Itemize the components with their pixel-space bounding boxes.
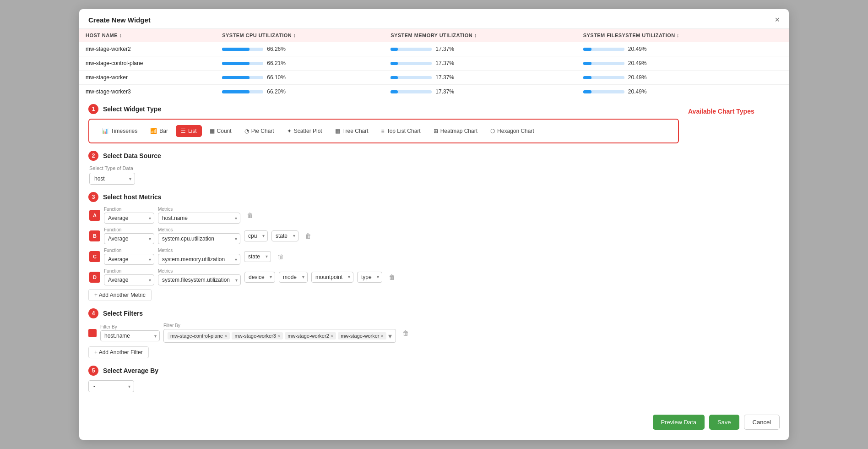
timeseries-icon: 📊	[102, 128, 108, 134]
heatmap-icon: ⊞	[434, 128, 438, 134]
step3-num: 3	[88, 192, 98, 202]
metrics-label: Metrics	[158, 248, 240, 253]
function-select-C[interactable]: Average	[104, 254, 154, 265]
function-select-A[interactable]: Average	[104, 213, 154, 224]
filter-tag-box-dropdown[interactable]: ▾	[388, 332, 392, 340]
metric-extra-select[interactable]: state	[271, 230, 298, 241]
metric-extra-select[interactable]: state	[244, 251, 271, 262]
metric-extra-select-wrap: cpu	[244, 230, 268, 241]
metrics-group-C: Metrics system.memory.utilization	[158, 248, 240, 265]
filter-by-select[interactable]: host.name	[100, 330, 160, 341]
step2-num: 2	[88, 151, 98, 161]
modal: Create New Widget × HOST NAME ↕ SYSTEM C…	[79, 9, 789, 440]
function-label: Function	[104, 207, 154, 212]
metric-label-B: B	[89, 230, 100, 241]
function-select-B[interactable]: Average	[104, 233, 154, 244]
cell-fs: 20.49%	[577, 56, 789, 71]
metrics-select-A[interactable]: host.name	[158, 213, 240, 224]
data-source-block: Select Type of Data host	[89, 165, 679, 185]
function-label: Function	[104, 227, 154, 232]
chart-type-toplist-button[interactable]: ≡Top List Chart	[376, 125, 426, 137]
chart-type-hexagon-button[interactable]: ⬡Hexagon Chart	[485, 125, 539, 137]
step5-title: Select Average By	[103, 367, 158, 374]
metric-delete-button-A[interactable]: 🗑	[244, 211, 256, 220]
metric-extra-select[interactable]: cpu	[244, 230, 268, 241]
metrics-select-C[interactable]: system.memory.utilization	[158, 254, 240, 265]
metric-delete-button-B[interactable]: 🗑	[302, 231, 314, 241]
step1-section: 1 Select Widget Type 📊Timeseries📶Bar☰Lis…	[88, 104, 679, 143]
close-button[interactable]: ×	[775, 16, 780, 24]
filter-tag-box[interactable]: mw-stage-control-plane×mw-stage-worker3×…	[163, 329, 396, 343]
step4-title: Select Filters	[103, 310, 143, 317]
cell-host: mw-stage-control-plane	[79, 56, 216, 71]
function-label: Function	[104, 248, 154, 253]
metric-extra-select-wrap: state	[244, 251, 271, 262]
cell-fs: 20.49%	[577, 42, 789, 56]
table-row: mw-stage-control-plane 66.21% 17.37% 20.…	[79, 56, 789, 71]
function-label: Function	[104, 268, 154, 274]
cancel-button[interactable]: Cancel	[744, 415, 780, 430]
metrics-select-B[interactable]: system.cpu.utilization	[158, 233, 240, 244]
cell-host: mw-stage-worker3	[79, 85, 216, 99]
metrics-select-D[interactable]: system.filesystem.utilization	[158, 274, 241, 285]
chart-type-count-button[interactable]: ▦Count	[205, 125, 237, 137]
add-metric-button[interactable]: + Add Another Metric	[88, 289, 152, 301]
data-table: HOST NAME ↕ SYSTEM CPU UTILIZATION ↕ SYS…	[79, 29, 789, 99]
filter-values-label: Filter By	[163, 323, 396, 328]
modal-header: Create New Widget ×	[79, 9, 789, 29]
filter-tag-remove[interactable]: ×	[277, 333, 280, 339]
filter-tag-remove[interactable]: ×	[331, 333, 333, 339]
function-select-D[interactable]: Average	[104, 274, 154, 285]
chart-type-heatmap-button[interactable]: ⊞Heatmap Chart	[429, 125, 483, 137]
data-type-select-wrap: host	[89, 173, 135, 185]
avg-by-select[interactable]: -	[88, 380, 134, 392]
step5-section: 5 Select Average By -	[88, 366, 679, 392]
widget-type-box: 📊Timeseries📶Bar☰List▦Count◔Pie Chart✦Sca…	[88, 119, 679, 143]
filter-delete-button[interactable]: 🗑	[400, 329, 412, 338]
table-row: mw-stage-worker2 66.26% 17.37% 20.49%	[79, 42, 789, 56]
save-button[interactable]: Save	[709, 415, 739, 430]
count-icon: ▦	[210, 128, 215, 134]
filter-tag-remove[interactable]: ×	[381, 333, 384, 339]
metric-row: B Function Average Metrics system.cpu.ut…	[89, 227, 679, 244]
metric-extra-select-wrap: mode	[279, 272, 308, 283]
preview-data-button[interactable]: Preview Data	[653, 415, 705, 430]
step3-title: Select host Metrics	[103, 193, 162, 201]
step2-header: 2 Select Data Source	[88, 151, 679, 161]
metric-extra-select[interactable]: mode	[279, 272, 308, 283]
chart-type-bar-button[interactable]: 📶Bar	[145, 125, 173, 137]
data-type-select[interactable]: host	[89, 173, 135, 185]
available-chart-types-label: Available Chart Types	[688, 108, 789, 115]
col-mem: SYSTEM MEMORY UTILIZATION ↕	[384, 29, 577, 42]
chart-type-tree-button[interactable]: ▦Tree Chart	[330, 125, 374, 137]
pie-icon: ◔	[244, 128, 249, 134]
chart-type-pie-button[interactable]: ◔Pie Chart	[239, 125, 279, 137]
metrics-label: Metrics	[158, 268, 241, 274]
metric-label-C: C	[89, 251, 100, 262]
metrics-label: Metrics	[158, 207, 240, 212]
metric-extra-select[interactable]: device	[244, 272, 275, 283]
metric-delete-button-D[interactable]: 🗑	[386, 273, 398, 282]
cell-mem: 17.37%	[384, 85, 577, 99]
chart-type-scatter-button[interactable]: ✦Scatter Plot	[282, 125, 327, 137]
data-table-section: HOST NAME ↕ SYSTEM CPU UTILIZATION ↕ SYS…	[79, 29, 789, 99]
step3-header: 3 Select host Metrics	[88, 192, 679, 202]
filter-tag: mw-stage-worker×	[338, 332, 386, 339]
toplist-icon: ≡	[381, 128, 385, 134]
step4-section: 4 Select Filters Filter By host.name	[88, 308, 679, 358]
chart-type-timeseries-button[interactable]: 📊Timeseries	[97, 125, 142, 137]
step1-header: 1 Select Widget Type	[88, 104, 679, 114]
filter-tag-remove[interactable]: ×	[224, 333, 227, 339]
filter-by-group: Filter By host.name	[100, 324, 160, 341]
step2-title: Select Data Source	[103, 152, 161, 159]
metric-extra-select[interactable]: type	[357, 272, 382, 283]
cell-cpu: 66.21%	[216, 56, 384, 71]
function-group-A: Function Average	[104, 207, 154, 224]
metric-extra-select[interactable]: mountpoint	[311, 272, 353, 283]
col-fs: SYSTEM FILESYSTEM UTILIZATION ↕	[577, 29, 789, 42]
metric-delete-button-C[interactable]: 🗑	[275, 252, 287, 261]
metric-extra-select-wrap: device	[244, 272, 275, 283]
avg-by-select-wrap: -	[88, 380, 134, 392]
chart-type-list-button[interactable]: ☰List	[176, 125, 202, 137]
add-filter-button[interactable]: + Add Another Filter	[88, 346, 149, 358]
